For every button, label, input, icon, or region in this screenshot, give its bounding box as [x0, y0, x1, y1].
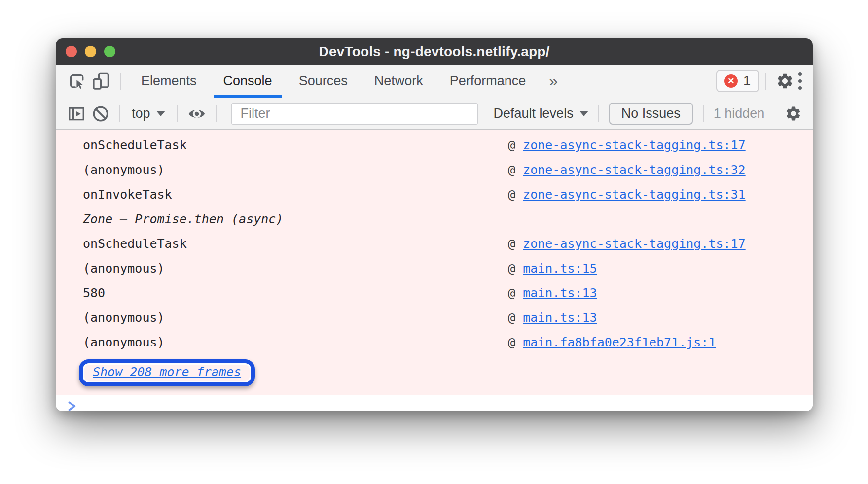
stack-frame-function: 580 — [56, 286, 508, 300]
hidden-messages-count[interactable]: 1 hidden — [714, 106, 765, 121]
tab-console[interactable]: Console — [210, 65, 286, 98]
eye-icon — [187, 104, 207, 124]
error-count-badge[interactable]: ✕ 1 — [716, 70, 759, 92]
stack-frame-location: @ main.ts:13 — [508, 286, 597, 300]
kebab-menu-icon — [798, 86, 802, 90]
stack-frame-location: @ zone-async-stack-tagging.ts:32 — [508, 163, 746, 177]
inspect-element-button[interactable] — [66, 72, 88, 91]
tab-performance[interactable]: Performance — [436, 65, 540, 98]
at-symbol: @ — [508, 311, 515, 325]
divider — [216, 105, 217, 122]
stack-frame-list: onScheduleTask @ zone-async-stack-taggin… — [56, 133, 813, 354]
stack-frame-function: onScheduleTask — [56, 237, 508, 251]
stack-frame-row: (anonymous) @ main.fa8bfa0e23f1eb71.js:1 — [56, 330, 813, 354]
show-more-row: Show 208 more frames — [56, 355, 813, 390]
stack-frame-location: @ main.ts:13 — [508, 311, 597, 325]
zoom-window-button[interactable] — [104, 46, 115, 57]
divider — [120, 73, 121, 90]
javascript-context-dropdown[interactable]: top — [127, 106, 170, 121]
at-symbol: @ — [508, 237, 515, 251]
divider — [598, 105, 599, 122]
divider — [119, 105, 120, 122]
toggle-device-toolbar-button[interactable] — [88, 71, 114, 91]
show-more-frames-link[interactable]: Show 208 more frames — [93, 365, 241, 379]
source-location-link[interactable]: zone-async-stack-tagging.ts:17 — [523, 138, 746, 152]
stack-frame-row: Zone — Promise.then (async) — [56, 207, 813, 231]
highlight-ring: Show 208 more frames — [79, 359, 255, 386]
create-live-expression-button[interactable] — [184, 104, 210, 124]
more-tabs-button[interactable]: » — [549, 72, 558, 90]
at-symbol: @ — [508, 286, 515, 300]
minimize-window-button[interactable] — [85, 46, 96, 57]
at-symbol: @ — [508, 187, 515, 202]
stack-frame-function: onInvokeTask — [56, 187, 508, 202]
tab-elements[interactable]: Elements — [128, 65, 210, 98]
stack-frame-function: Zone — Promise.then (async) — [56, 212, 508, 226]
show-console-sidebar-button[interactable] — [65, 104, 88, 124]
context-label: top — [132, 106, 150, 121]
at-symbol: @ — [508, 261, 515, 276]
kebab-menu-icon — [798, 72, 802, 76]
stack-frame-function: (anonymous) — [56, 261, 508, 276]
stack-frame-function: (anonymous) — [56, 163, 508, 177]
console-prompt[interactable] — [56, 395, 813, 411]
close-window-button[interactable] — [66, 46, 77, 57]
console-toolbar: top Default levels No Issues 1 hidde — [56, 98, 813, 130]
prompt-chevron-icon — [67, 400, 78, 411]
filter-input[interactable] — [231, 103, 478, 125]
divider — [765, 73, 766, 90]
stack-frame-row: (anonymous) @ main.ts:15 — [56, 256, 813, 280]
divider — [703, 105, 704, 122]
stack-frame-row: onScheduleTask @ zone-async-stack-taggin… — [56, 133, 813, 157]
at-symbol: @ — [508, 138, 515, 152]
stack-frame-row: onScheduleTask @ zone-async-stack-taggin… — [56, 231, 813, 256]
error-icon: ✕ — [724, 74, 738, 88]
divider — [177, 105, 178, 122]
log-levels-dropdown[interactable]: Default levels — [494, 106, 588, 121]
source-location-link[interactable]: zone-async-stack-tagging.ts:17 — [523, 237, 746, 251]
console-settings-button[interactable] — [782, 105, 804, 122]
panel-tabs: Elements Console Sources Network Perform… — [128, 65, 539, 98]
stack-frame-row: (anonymous) @ zone-async-stack-tagging.t… — [56, 157, 813, 182]
source-location-link[interactable]: zone-async-stack-tagging.ts:32 — [523, 163, 746, 177]
source-location-link[interactable]: main.ts:15 — [523, 261, 597, 276]
settings-button[interactable] — [773, 72, 796, 90]
stack-frame-function: onScheduleTask — [56, 138, 508, 152]
window-title: DevTools - ng-devtools.netlify.app/ — [319, 44, 550, 60]
desktop-background: DevTools - ng-devtools.netlify.app/ Elem… — [0, 0, 868, 484]
caret-down-icon — [579, 111, 588, 116]
devtools-tab-bar: Elements Console Sources Network Perform… — [56, 65, 813, 98]
issues-button[interactable]: No Issues — [609, 103, 693, 125]
stack-frame-location: @ zone-async-stack-tagging.ts:17 — [508, 237, 746, 251]
clear-console-button[interactable] — [88, 104, 113, 123]
stack-frame-location: @ main.fa8bfa0e23f1eb71.js:1 — [508, 335, 716, 349]
console-output: onScheduleTask @ zone-async-stack-taggin… — [56, 130, 813, 411]
stack-frame-function: (anonymous) — [56, 311, 508, 325]
sidebar-toggle-icon — [67, 104, 86, 124]
devtools-window: DevTools - ng-devtools.netlify.app/ Elem… — [56, 38, 813, 411]
at-symbol: @ — [508, 163, 515, 177]
device-toolbar-icon — [91, 71, 111, 91]
inspect-icon — [68, 72, 86, 91]
gear-icon — [785, 105, 802, 122]
stack-frame-row: 580 @ main.ts:13 — [56, 280, 813, 305]
tab-network[interactable]: Network — [361, 65, 436, 98]
stack-frame-location: @ zone-async-stack-tagging.ts:17 — [508, 138, 746, 152]
stack-frame-location: @ zone-async-stack-tagging.ts:31 — [508, 187, 746, 202]
error-count: 1 — [743, 73, 751, 89]
main-menu-button[interactable] — [796, 70, 804, 92]
title-bar: DevTools - ng-devtools.netlify.app/ — [56, 38, 813, 65]
levels-label: Default levels — [494, 106, 574, 121]
stack-frame-function: (anonymous) — [56, 335, 508, 349]
source-location-link[interactable]: main.ts:13 — [523, 286, 597, 300]
caret-down-icon — [156, 111, 165, 116]
source-location-link[interactable]: main.ts:13 — [523, 311, 597, 325]
source-location-link[interactable]: main.fa8bfa0e23f1eb71.js:1 — [523, 335, 716, 349]
gear-icon — [776, 72, 794, 90]
kebab-menu-icon — [798, 79, 802, 83]
tab-sources[interactable]: Sources — [286, 65, 361, 98]
stack-frame-location: @ main.ts:15 — [508, 261, 597, 276]
error-message-block: onScheduleTask @ zone-async-stack-taggin… — [56, 130, 813, 395]
at-symbol: @ — [508, 335, 515, 349]
source-location-link[interactable]: zone-async-stack-tagging.ts:31 — [523, 187, 746, 202]
